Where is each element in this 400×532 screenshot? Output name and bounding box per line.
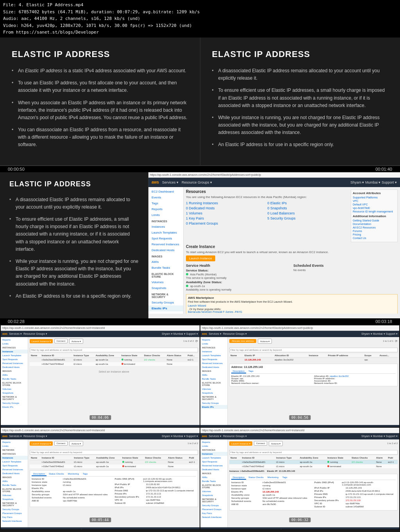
sc4-launch-btn[interactable]: Launch Instance ▾ bbox=[229, 441, 252, 446]
volumes-count[interactable]: 1 Volumes bbox=[186, 211, 266, 215]
sc3-placement-groups[interactable]: Placement Groups bbox=[1, 511, 28, 515]
sc2-sidebar-snapshots[interactable]: Snapshots bbox=[200, 391, 227, 395]
sc3-launch-btn[interactable]: Launch Instance ▾ bbox=[30, 441, 53, 446]
sc3-snapshots[interactable]: Snapshots bbox=[1, 497, 28, 501]
sc2-tags-tab[interactable]: Tags bbox=[247, 370, 255, 373]
table-row[interactable]: i-018e77eb07946be2 t2.micro ap-south-1a … bbox=[30, 464, 198, 468]
sc2-description-tab[interactable]: Description bbox=[231, 370, 246, 373]
sc4-filter-input[interactable] bbox=[229, 450, 398, 455]
sc1-sidebar-bundle[interactable]: Bundle Tasks bbox=[1, 377, 28, 381]
sidebar-limits[interactable]: Limits bbox=[148, 212, 183, 218]
sc2-sidebar-elastic-ips[interactable]: Elastic IPs bbox=[200, 405, 227, 409]
aws-resource-groups-nav[interactable]: Resource Groups ▾ bbox=[182, 180, 212, 184]
sc4-snapshots[interactable]: Snapshots bbox=[200, 493, 227, 497]
table-row[interactable]: 13.126.255.143 eipalloc-3cc3e202 vpc bbox=[229, 357, 398, 362]
sc4-launch[interactable]: Launch Templates bbox=[200, 456, 227, 460]
sc4-placement[interactable]: Placement Groups bbox=[200, 507, 227, 511]
sidebar-instances[interactable]: Instances bbox=[148, 224, 183, 230]
elastic-ips-count[interactable]: 0 Elastic IPs bbox=[268, 201, 348, 205]
sc3-reports[interactable]: Reports bbox=[1, 440, 28, 444]
sc1-sidebar-reports[interactable]: Reports bbox=[1, 338, 28, 342]
sc2-sidebar-volumes[interactable]: Volumes bbox=[200, 387, 227, 391]
sc4-amis[interactable]: AMIs bbox=[200, 475, 227, 479]
running-instances-count[interactable]: 1 Running Instances bbox=[186, 201, 266, 205]
table-row[interactable]: i-0a0e2bed3309ebd01 t2.micro ap-south-1a… bbox=[30, 357, 198, 362]
sc2-refresh-icon[interactable]: ⟳ bbox=[395, 339, 398, 343]
sc4-tab-status[interactable]: Status Checks bbox=[247, 476, 265, 480]
sidebar-tags[interactable]: Tags bbox=[148, 200, 183, 206]
sc2-filter-input[interactable] bbox=[229, 348, 398, 352]
sc1-actions-btn[interactable]: Actions ▾ bbox=[69, 339, 83, 344]
sc1-sidebar-limits[interactable]: Limits bbox=[1, 342, 28, 346]
sc4-key-pairs[interactable]: Key Pairs bbox=[200, 511, 227, 515]
table-row[interactable]: i-0a0e2bed3309ebd01 t2.micro ap-south-1a… bbox=[229, 460, 398, 464]
sc1-sidebar-launch-templates[interactable]: Launch Templates bbox=[1, 353, 28, 357]
sidebar-security-groups[interactable]: Security Groups bbox=[148, 300, 183, 305]
table-row[interactable]: i-018e77eb07946be2 t2.micro ap-south-1a … bbox=[229, 464, 398, 468]
sc3-tab-description[interactable]: Description bbox=[32, 472, 46, 476]
sc1-sidebar-instances[interactable]: Instances bbox=[1, 350, 28, 353]
aws-services-nav[interactable]: Services ▾ bbox=[162, 180, 179, 184]
sc4-volumes[interactable]: Volumes bbox=[200, 489, 227, 493]
sidebar-amis[interactable]: AMIs bbox=[148, 259, 183, 265]
sidebar-launch-templates[interactable]: Launch Templates bbox=[148, 230, 183, 236]
snapshots-count[interactable]: 0 Snapshots bbox=[268, 206, 348, 210]
sc2-sidebar-reserved[interactable]: Reserved Instances bbox=[200, 361, 227, 365]
sc3-launch[interactable]: Launch Templates bbox=[1, 460, 28, 464]
launch-instance-button[interactable]: Launch Instance bbox=[186, 255, 215, 261]
load-balancers-count[interactable]: 0 Load Balancers bbox=[268, 211, 348, 215]
sc3-volumes[interactable]: Volumes bbox=[1, 493, 28, 497]
sc1-sidebar-eips[interactable]: Elastic IPs bbox=[1, 405, 28, 409]
sc3-actions-btn[interactable]: Actions ▾ bbox=[69, 441, 83, 446]
security-groups-count[interactable]: 5 Security Groups bbox=[268, 216, 348, 220]
sc2-sidebar-reports[interactable]: Reports bbox=[200, 338, 227, 342]
table-row[interactable]: i-018e77eb07946be2 t2.micro ap-south-1a … bbox=[30, 362, 198, 366]
sc3-amis[interactable]: AMIs bbox=[1, 479, 28, 483]
sc4-connect-btn[interactable]: Connect bbox=[254, 441, 267, 446]
sc4-bundle[interactable]: Bundle Tasks bbox=[200, 479, 227, 483]
sc3-key-pairs[interactable]: Key Pairs bbox=[1, 515, 28, 519]
sc2-sidebar-limits[interactable]: Limits bbox=[200, 342, 227, 346]
sc1-launch-btn[interactable]: Launch Instance ▾ bbox=[30, 339, 53, 343]
sc1-refresh-icon[interactable]: ⟳ bbox=[195, 339, 198, 343]
sc2-sidebar-security-groups[interactable]: Security Groups bbox=[200, 401, 227, 405]
sc4-tab-monitoring[interactable]: Monitoring bbox=[266, 476, 280, 480]
sidebar-snapshots[interactable]: Snapshots bbox=[148, 285, 183, 291]
sc3-reserved[interactable]: Reserved Instances bbox=[1, 468, 28, 471]
sc2-actions-btn[interactable]: Actions ▾ bbox=[258, 339, 272, 344]
sc2-allocate-btn[interactable]: Allocate new address bbox=[229, 339, 256, 343]
sc4-reserved[interactable]: Reserved Instances bbox=[200, 464, 227, 468]
sc4-reports[interactable]: Reports bbox=[200, 440, 227, 444]
sc2-sidebar-bundle[interactable]: Bundle Tasks bbox=[200, 377, 227, 381]
sc3-bundle[interactable]: Bundle Tasks bbox=[1, 483, 28, 487]
sc1-sidebar-snapshots[interactable]: Snapshots bbox=[1, 391, 28, 395]
sc2-sidebar-launch[interactable]: Launch Templates bbox=[200, 353, 227, 357]
sc2-sidebar-dedicated[interactable]: Dedicated Hosts bbox=[200, 365, 227, 369]
sc2-sidebar-instances[interactable]: Instances bbox=[200, 350, 227, 353]
sc4-spot[interactable]: Spot Requests bbox=[200, 460, 227, 464]
sidebar-events[interactable]: Events bbox=[148, 195, 183, 200]
sidebar-reports[interactable]: Reports bbox=[148, 206, 183, 212]
sc3-security-groups[interactable]: Security Groups bbox=[1, 507, 28, 511]
sc3-spot[interactable]: Spot Requests bbox=[1, 464, 28, 468]
sc4-actions-btn[interactable]: Actions ▾ bbox=[269, 441, 283, 446]
placement-groups-count[interactable]: 0 Placement Groups bbox=[186, 221, 266, 225]
sc3-instances[interactable]: Instances bbox=[1, 456, 28, 460]
key-pairs-count[interactable]: 1 Key Pairs bbox=[186, 216, 266, 220]
sc3-network-interfaces[interactable]: Network Interfaces bbox=[1, 519, 28, 523]
sc3-tab-monitoring[interactable]: Monitoring bbox=[66, 472, 80, 476]
sc4-network-interfaces[interactable]: Network Interfaces bbox=[200, 515, 227, 519]
sidebar-elastic-ips[interactable]: Elastic IPs bbox=[148, 305, 183, 311]
sidebar-dedicated-hosts[interactable]: Dedicated Hosts bbox=[148, 247, 183, 253]
sc1-sidebar-reserved[interactable]: Reserved Instances bbox=[1, 361, 28, 365]
sc4-limits[interactable]: Limits bbox=[200, 444, 227, 448]
sc3-tab-status[interactable]: Status Checks bbox=[47, 472, 66, 476]
sc4-tab-description[interactable]: Description bbox=[231, 476, 246, 480]
sidebar-reserved-instances[interactable]: Reserved Instances bbox=[148, 241, 183, 247]
sc3-filter-input[interactable] bbox=[30, 450, 198, 455]
sc2-sidebar-spot[interactable]: Spot Requests bbox=[200, 357, 227, 361]
sc4-dedicated[interactable]: Dedicated Hosts bbox=[200, 468, 227, 471]
sc1-filter-input[interactable] bbox=[30, 348, 198, 352]
sidebar-volumes[interactable]: Volumes bbox=[148, 279, 183, 285]
sc1-connect-btn[interactable]: Connect bbox=[54, 339, 68, 343]
